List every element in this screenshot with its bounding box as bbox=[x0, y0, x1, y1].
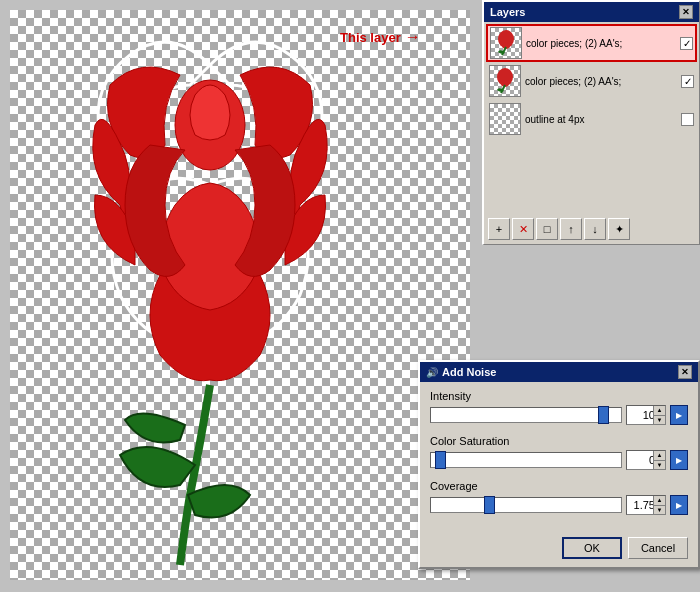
add-layer-button[interactable]: + bbox=[488, 218, 510, 240]
layer-thumbnail bbox=[490, 27, 522, 59]
move-down-button[interactable]: ↓ bbox=[584, 218, 606, 240]
color-saturation-label: Color Saturation bbox=[430, 435, 688, 447]
layer-thumbnail bbox=[489, 103, 521, 135]
intensity-slider-thumb[interactable] bbox=[598, 406, 609, 424]
coverage-slider-thumb[interactable] bbox=[484, 496, 495, 514]
layer-item[interactable]: color pieces; (2) AA's; bbox=[486, 62, 697, 100]
delete-layer-button[interactable]: ✕ bbox=[512, 218, 534, 240]
add-noise-dialog: 🔊 Add Noise ✕ Intensity ▲ ▼ ▶ bbox=[418, 360, 700, 569]
coverage-input[interactable] bbox=[627, 496, 655, 514]
coverage-spinner-arrows: ▲ ▼ bbox=[653, 496, 665, 514]
layer-checkbox[interactable] bbox=[680, 37, 693, 50]
intensity-slider-row: ▲ ▼ ▶ bbox=[430, 405, 688, 425]
merge-button[interactable]: ✦ bbox=[608, 218, 630, 240]
color-saturation-row: Color Saturation ▲ ▼ ▶ bbox=[430, 435, 688, 470]
intensity-row: Intensity ▲ ▼ ▶ bbox=[430, 390, 688, 425]
intensity-up-button[interactable]: ▲ bbox=[654, 406, 665, 416]
intensity-input[interactable] bbox=[627, 406, 655, 424]
intensity-spinner[interactable]: ▲ ▼ bbox=[626, 405, 666, 425]
color-saturation-slider-thumb[interactable] bbox=[435, 451, 446, 469]
intensity-slider-track[interactable] bbox=[430, 407, 622, 423]
coverage-down-button[interactable]: ▼ bbox=[654, 506, 665, 515]
canvas-area bbox=[0, 0, 480, 592]
intensity-label: Intensity bbox=[430, 390, 688, 402]
extend-arrow-icon: ▶ bbox=[676, 456, 682, 465]
dialog-icon: 🔊 bbox=[426, 367, 438, 378]
dialog-buttons: OK Cancel bbox=[420, 533, 698, 567]
cancel-button[interactable]: Cancel bbox=[628, 537, 688, 559]
layer-thumbnail bbox=[489, 65, 521, 97]
dialog-body: Intensity ▲ ▼ ▶ Color Saturation bbox=[420, 382, 698, 533]
extend-arrow-icon: ▶ bbox=[676, 501, 682, 510]
coverage-extend-button[interactable]: ▶ bbox=[670, 495, 688, 515]
intensity-down-button[interactable]: ▼ bbox=[654, 416, 665, 425]
intensity-extend-button[interactable]: ▶ bbox=[670, 405, 688, 425]
layer-item[interactable]: outline at 4px bbox=[486, 100, 697, 138]
layer-checkbox[interactable] bbox=[681, 75, 694, 88]
layers-panel: Layers ✕ color pieces; (2) AA's; bbox=[482, 0, 700, 245]
dialog-title: Add Noise bbox=[442, 366, 496, 378]
intensity-spinner-arrows: ▲ ▼ bbox=[653, 406, 665, 424]
color-saturation-slider-track[interactable] bbox=[430, 452, 622, 468]
dialog-close-button[interactable]: ✕ bbox=[678, 365, 692, 379]
color-saturation-input[interactable] bbox=[627, 451, 655, 469]
coverage-spinner[interactable]: ▲ ▼ bbox=[626, 495, 666, 515]
layer-item[interactable]: color pieces; (2) AA's; bbox=[486, 24, 697, 62]
color-saturation-spinner-arrows: ▲ ▼ bbox=[653, 451, 665, 469]
color-saturation-up-button[interactable]: ▲ bbox=[654, 451, 665, 461]
coverage-label: Coverage bbox=[430, 480, 688, 492]
color-saturation-down-button[interactable]: ▼ bbox=[654, 461, 665, 470]
coverage-row: Coverage ▲ ▼ ▶ bbox=[430, 480, 688, 515]
color-saturation-spinner[interactable]: ▲ ▼ bbox=[626, 450, 666, 470]
coverage-slider-row: ▲ ▼ ▶ bbox=[430, 495, 688, 515]
layer-label: color pieces; (2) AA's; bbox=[525, 76, 679, 87]
layer-label: color pieces; (2) AA's; bbox=[526, 38, 678, 49]
layers-close-button[interactable]: ✕ bbox=[679, 5, 693, 19]
extend-arrow-icon: ▶ bbox=[676, 411, 682, 420]
dialog-title-bar: 🔊 Add Noise ✕ bbox=[420, 362, 698, 382]
layers-toolbar: + ✕ □ ↑ ↓ ✦ bbox=[488, 218, 630, 240]
color-saturation-slider-row: ▲ ▼ ▶ bbox=[430, 450, 688, 470]
layers-title: Layers bbox=[490, 6, 525, 18]
layers-list: color pieces; (2) AA's; color pieces; (2… bbox=[484, 22, 699, 140]
color-saturation-extend-button[interactable]: ▶ bbox=[670, 450, 688, 470]
coverage-slider-track[interactable] bbox=[430, 497, 622, 513]
move-up-button[interactable]: ↑ bbox=[560, 218, 582, 240]
layer-checkbox[interactable] bbox=[681, 113, 694, 126]
ok-button[interactable]: OK bbox=[562, 537, 622, 559]
layers-title-bar: Layers ✕ bbox=[484, 2, 699, 22]
rose-image bbox=[10, 5, 430, 585]
coverage-up-button[interactable]: ▲ bbox=[654, 496, 665, 506]
duplicate-layer-button[interactable]: □ bbox=[536, 218, 558, 240]
layer-label: outline at 4px bbox=[525, 114, 679, 125]
